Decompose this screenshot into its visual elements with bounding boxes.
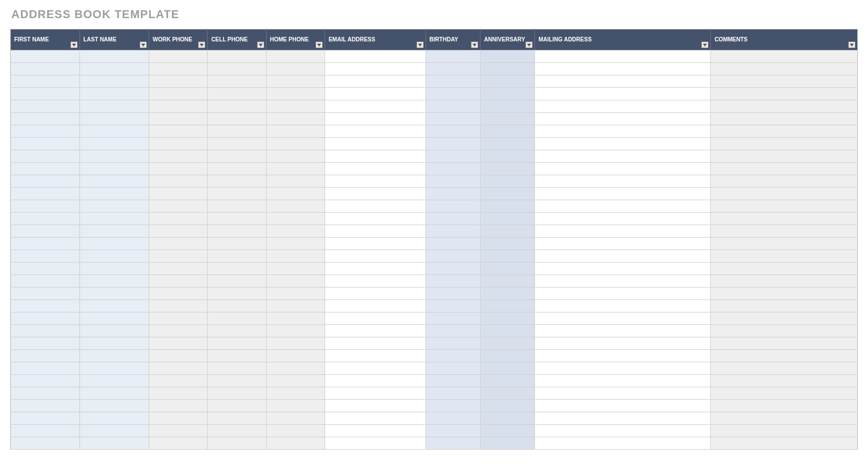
cell-birthday[interactable] xyxy=(426,213,481,225)
filter-dropdown-icon[interactable] xyxy=(416,41,424,48)
cell-birthday[interactable] xyxy=(426,437,481,450)
cell-comments[interactable] xyxy=(711,425,858,437)
cell-anniversary[interactable] xyxy=(481,437,535,450)
cell-comments[interactable] xyxy=(711,213,858,225)
cell-work_phone[interactable] xyxy=(149,312,208,325)
cell-last_name[interactable] xyxy=(80,387,149,400)
cell-work_phone[interactable] xyxy=(149,63,208,75)
cell-anniversary[interactable] xyxy=(481,138,535,150)
cell-last_name[interactable] xyxy=(80,75,149,88)
cell-mailing[interactable] xyxy=(535,100,711,113)
cell-first_name[interactable] xyxy=(11,213,80,225)
cell-mailing[interactable] xyxy=(535,75,711,88)
filter-dropdown-icon[interactable] xyxy=(701,41,709,48)
cell-anniversary[interactable] xyxy=(481,50,535,63)
cell-home_phone[interactable] xyxy=(266,75,325,88)
cell-last_name[interactable] xyxy=(80,113,149,125)
col-header-last-name[interactable]: LAST NAME xyxy=(80,29,149,50)
cell-birthday[interactable] xyxy=(426,263,481,275)
cell-comments[interactable] xyxy=(711,163,858,175)
cell-last_name[interactable] xyxy=(80,250,149,263)
cell-work_phone[interactable] xyxy=(149,113,208,125)
cell-comments[interactable] xyxy=(711,138,858,150)
cell-mailing[interactable] xyxy=(535,50,711,63)
cell-anniversary[interactable] xyxy=(481,337,535,350)
cell-last_name[interactable] xyxy=(80,225,149,238)
cell-comments[interactable] xyxy=(711,125,858,138)
cell-birthday[interactable] xyxy=(426,188,481,200)
cell-first_name[interactable] xyxy=(11,312,80,325)
cell-last_name[interactable] xyxy=(80,400,149,412)
cell-anniversary[interactable] xyxy=(481,200,535,213)
cell-work_phone[interactable] xyxy=(149,50,208,63)
cell-work_phone[interactable] xyxy=(149,150,208,163)
cell-last_name[interactable] xyxy=(80,63,149,75)
cell-anniversary[interactable] xyxy=(481,75,535,88)
cell-work_phone[interactable] xyxy=(149,138,208,150)
cell-email[interactable] xyxy=(325,200,426,213)
cell-comments[interactable] xyxy=(711,275,858,288)
cell-cell_phone[interactable] xyxy=(208,300,266,312)
cell-comments[interactable] xyxy=(711,325,858,337)
cell-email[interactable] xyxy=(325,238,426,250)
cell-mailing[interactable] xyxy=(535,250,711,263)
cell-first_name[interactable] xyxy=(11,188,80,200)
cell-cell_phone[interactable] xyxy=(208,88,266,100)
cell-home_phone[interactable] xyxy=(266,375,325,387)
cell-anniversary[interactable] xyxy=(481,400,535,412)
cell-email[interactable] xyxy=(325,387,426,400)
cell-comments[interactable] xyxy=(711,50,858,63)
cell-comments[interactable] xyxy=(711,350,858,362)
cell-mailing[interactable] xyxy=(535,225,711,238)
cell-work_phone[interactable] xyxy=(149,75,208,88)
cell-anniversary[interactable] xyxy=(481,425,535,437)
cell-first_name[interactable] xyxy=(11,150,80,163)
cell-email[interactable] xyxy=(325,63,426,75)
cell-email[interactable] xyxy=(325,88,426,100)
cell-home_phone[interactable] xyxy=(266,213,325,225)
cell-home_phone[interactable] xyxy=(266,125,325,138)
cell-birthday[interactable] xyxy=(426,75,481,88)
cell-mailing[interactable] xyxy=(535,412,711,425)
filter-dropdown-icon[interactable] xyxy=(257,41,264,48)
cell-cell_phone[interactable] xyxy=(208,225,266,238)
cell-first_name[interactable] xyxy=(11,163,80,175)
cell-comments[interactable] xyxy=(711,188,858,200)
cell-cell_phone[interactable] xyxy=(208,113,266,125)
cell-email[interactable] xyxy=(325,138,426,150)
cell-cell_phone[interactable] xyxy=(208,50,266,63)
col-header-cell-phone[interactable]: CELL PHONE xyxy=(208,29,266,50)
cell-email[interactable] xyxy=(325,150,426,163)
cell-cell_phone[interactable] xyxy=(208,275,266,288)
cell-anniversary[interactable] xyxy=(481,312,535,325)
cell-mailing[interactable] xyxy=(535,263,711,275)
cell-mailing[interactable] xyxy=(535,275,711,288)
cell-cell_phone[interactable] xyxy=(208,362,266,375)
cell-birthday[interactable] xyxy=(426,113,481,125)
cell-last_name[interactable] xyxy=(80,288,149,300)
cell-anniversary[interactable] xyxy=(481,225,535,238)
cell-email[interactable] xyxy=(325,275,426,288)
cell-mailing[interactable] xyxy=(535,288,711,300)
cell-anniversary[interactable] xyxy=(481,325,535,337)
cell-first_name[interactable] xyxy=(11,100,80,113)
cell-birthday[interactable] xyxy=(426,400,481,412)
cell-anniversary[interactable] xyxy=(481,375,535,387)
cell-email[interactable] xyxy=(325,337,426,350)
cell-first_name[interactable] xyxy=(11,300,80,312)
cell-first_name[interactable] xyxy=(11,425,80,437)
cell-first_name[interactable] xyxy=(11,125,80,138)
cell-email[interactable] xyxy=(325,50,426,63)
cell-home_phone[interactable] xyxy=(266,188,325,200)
cell-work_phone[interactable] xyxy=(149,437,208,450)
cell-first_name[interactable] xyxy=(11,288,80,300)
cell-email[interactable] xyxy=(325,375,426,387)
cell-mailing[interactable] xyxy=(535,312,711,325)
cell-first_name[interactable] xyxy=(11,113,80,125)
cell-comments[interactable] xyxy=(711,250,858,263)
cell-cell_phone[interactable] xyxy=(208,437,266,450)
cell-last_name[interactable] xyxy=(80,325,149,337)
cell-comments[interactable] xyxy=(711,375,858,387)
cell-mailing[interactable] xyxy=(535,362,711,375)
cell-first_name[interactable] xyxy=(11,387,80,400)
